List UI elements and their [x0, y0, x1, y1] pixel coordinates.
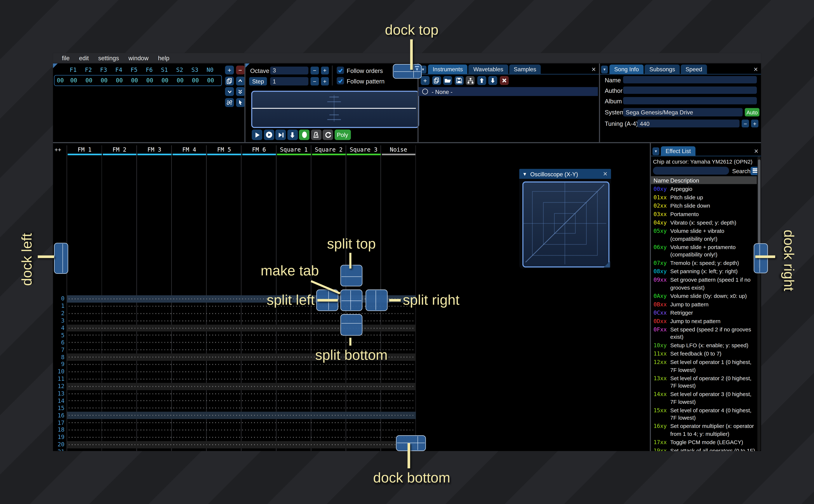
pattern-row-cells[interactable]	[67, 434, 416, 441]
panel-divider[interactable]	[244, 63, 245, 142]
pattern-row-cells[interactable]	[67, 441, 416, 448]
delete-instrument-button[interactable]	[500, 76, 509, 85]
order-cell[interactable]: 00	[81, 77, 97, 84]
pattern-row-cells[interactable]	[67, 419, 416, 426]
description-column-header[interactable]: Description	[670, 177, 699, 183]
channel-header[interactable]: Noise	[381, 146, 416, 154]
pattern-row-cells[interactable]	[67, 405, 416, 412]
move-order-up-button[interactable]	[236, 76, 245, 85]
pattern-row-cells[interactable]	[67, 317, 416, 325]
effect-row[interactable]: 06xy Volume slide + portamento (compatib…	[654, 243, 758, 258]
close-icon[interactable]: ×	[603, 170, 607, 177]
pattern-row-cells[interactable]	[67, 368, 416, 375]
pattern-options-button[interactable]: ++	[55, 146, 61, 153]
move-instrument-down-button[interactable]	[488, 76, 497, 85]
tab-wavetables[interactable]: Wavetables	[469, 64, 508, 74]
window-menu-button[interactable]: ▼	[653, 147, 659, 155]
panel-divider[interactable]	[53, 142, 761, 143]
tab-instruments[interactable]: Instruments	[428, 64, 468, 74]
author-input[interactable]	[623, 87, 757, 94]
window-menu-button[interactable]: ▼	[601, 66, 608, 74]
play-pattern-button[interactable]	[263, 130, 274, 140]
name-input[interactable]	[623, 76, 757, 83]
order-cell[interactable]: 00	[142, 77, 157, 84]
step-play-button[interactable]	[275, 130, 286, 140]
tab-effect-list[interactable]: Effect List	[661, 146, 696, 156]
channel-header[interactable]: Square 3	[346, 146, 381, 154]
order-cell[interactable]: 00	[157, 77, 173, 84]
effect-row[interactable]: 11xx Set feedback (0 to 7)	[654, 350, 758, 357]
effect-row[interactable]: 05xy Volume slide + vibrato (compatibili…	[654, 227, 758, 242]
pattern-row-cells[interactable]	[67, 310, 416, 317]
move-order-bottom-button[interactable]	[236, 87, 245, 96]
pattern-row-cells[interactable]	[67, 339, 416, 346]
effect-row[interactable]: 19xx Set attack of all operators (0 to 1…	[654, 447, 758, 451]
menu-item[interactable]: window	[124, 55, 153, 61]
effect-row[interactable]: 00xy Arpeggio	[654, 185, 758, 193]
collapse-icon[interactable]: ▼	[523, 171, 527, 176]
oscilloscope-xy-titlebar[interactable]: ▼ Oscilloscope (X-Y) ×	[519, 169, 611, 179]
instrument-list-item[interactable]: - None -	[418, 87, 598, 96]
channel-header[interactable]: FM 2	[102, 146, 137, 154]
instrument-folders-button[interactable]	[466, 76, 475, 85]
octave-decrease-button[interactable]: −	[310, 66, 318, 74]
order-cell[interactable]: 00	[97, 77, 112, 84]
name-column-header[interactable]: Name	[654, 177, 670, 183]
effect-row[interactable]: 17xx Toggle PCM mode (LEGACY)	[654, 438, 758, 446]
repeat-button[interactable]	[322, 130, 333, 140]
octave-increase-button[interactable]: +	[321, 66, 329, 74]
system-select[interactable]: Sega Genesis/Mega Drive	[623, 108, 743, 116]
order-cell[interactable]: 00	[112, 77, 127, 84]
pattern-row-cells[interactable]	[67, 302, 416, 310]
effect-row[interactable]: 12xx Set level of operator 1 (0 highest,…	[654, 358, 758, 374]
menu-item[interactable]: help	[153, 55, 174, 61]
octave-input[interactable]: 3	[270, 66, 308, 74]
follow-pattern-checkbox[interactable]	[337, 77, 344, 85]
order-cell[interactable]: 00	[127, 77, 142, 84]
add-order-button[interactable]: +	[225, 66, 234, 74]
tuning-input[interactable]: 440	[637, 120, 740, 127]
pattern-row-cells[interactable]	[67, 295, 416, 303]
order-cell[interactable]: 00	[188, 77, 203, 84]
effect-row[interactable]: 15xx Set level of operator 4 (0 highest,…	[654, 406, 758, 421]
channel-header[interactable]: Square 2	[311, 146, 346, 154]
record-button[interactable]	[299, 130, 309, 140]
order-cell[interactable]: 00	[172, 77, 188, 84]
pattern-row-cells[interactable]	[67, 375, 416, 383]
effect-row[interactable]: 0Cxx Retrigger	[654, 309, 758, 316]
move-instrument-up-button[interactable]	[477, 76, 486, 85]
effect-row[interactable]: 16xy Set operator multiplier (x: operato…	[654, 422, 758, 438]
follow-orders-checkbox[interactable]	[337, 66, 344, 74]
metronome-button[interactable]	[311, 130, 321, 140]
step-button[interactable]: Step	[249, 77, 267, 86]
tab-speed[interactable]: Speed	[681, 64, 707, 74]
tab-song-info[interactable]: Song Info	[609, 64, 644, 74]
split-bottom-target[interactable]	[340, 314, 362, 336]
pattern-row-cells[interactable]	[67, 412, 416, 419]
panel-divider[interactable]	[599, 63, 600, 142]
channel-header[interactable]: FM 3	[137, 146, 172, 154]
remove-order-button[interactable]: −	[236, 66, 245, 74]
album-input[interactable]	[623, 97, 757, 104]
tab-subsongs[interactable]: Subsongs	[645, 64, 680, 74]
menu-item[interactable]: edit	[74, 55, 93, 61]
effect-row[interactable]: 0Axy Volume slide (0y: down; x0: up)	[654, 292, 758, 299]
channel-header[interactable]: FM 1	[67, 146, 102, 154]
dock-left-target[interactable]	[54, 243, 68, 274]
pattern-row-cells[interactable]	[67, 397, 416, 405]
effect-row[interactable]: 03xx Portamento	[654, 210, 758, 218]
dock-bottom-target[interactable]	[396, 435, 426, 451]
channel-header[interactable]: FM 4	[172, 146, 207, 154]
effect-search-input[interactable]	[653, 167, 729, 175]
split-right-target[interactable]	[365, 290, 387, 311]
effect-row[interactable]: 10xy Setup LFO (x: enable; y: speed)	[654, 341, 758, 349]
step-decrease-button[interactable]: −	[310, 77, 318, 85]
dock-top-target[interactable]: ▼	[393, 64, 422, 79]
step-increase-button[interactable]: +	[321, 77, 329, 85]
effect-row[interactable]: 07xy Tremolo (x: speed; y: depth)	[654, 259, 758, 267]
close-icon[interactable]: ×	[592, 66, 596, 73]
effect-row[interactable]: 09xx Set groove pattern (speed 1 if no g…	[654, 276, 758, 291]
menu-item[interactable]: settings	[93, 55, 124, 61]
order-row-index[interactable]: 00	[55, 77, 66, 84]
save-instrument-button[interactable]	[455, 76, 464, 85]
